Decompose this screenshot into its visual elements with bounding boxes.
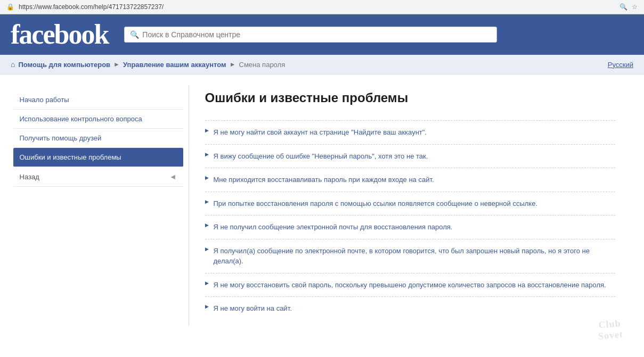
breadcrumb: ⌂ Помощь для компьютеров ► Управление ва… xyxy=(0,55,644,74)
faq-item-7[interactable]: Я не могу восстановить свой пароль, поск… xyxy=(205,273,615,297)
back-arrow-icon: ◄ xyxy=(169,172,177,181)
home-icon: ⌂ xyxy=(11,60,15,69)
faq-item-4[interactable]: При попытке восстановления пароля с помо… xyxy=(205,192,615,215)
logo-area: facebook xyxy=(11,21,108,48)
url-bar: https://www.facebook.com/help/4717137228… xyxy=(19,3,164,11)
faq-item-3[interactable]: Мне приходится восстанавливать пароль пр… xyxy=(205,168,615,192)
sidebar-item-known-issues[interactable]: Ошибки и известные проблемы xyxy=(13,148,183,167)
facebook-logo[interactable]: facebook xyxy=(11,19,108,49)
language-selector[interactable]: Русский xyxy=(608,61,633,69)
breadcrumb-separator-2: ► xyxy=(230,61,236,68)
breadcrumb-separator-1: ► xyxy=(113,61,120,68)
faq-list: Я не могу найти свой аккаунт на странице… xyxy=(205,120,615,320)
search-area: 🔍 xyxy=(124,27,497,43)
page-title: Ошибки и известные проблемы xyxy=(205,90,615,110)
sidebar-item-back[interactable]: Назад ◄ xyxy=(13,167,183,187)
faq-item-7-text: Я не могу восстановить свой пароль, поск… xyxy=(214,281,606,289)
faq-item-6-text: Я получил(а) сообщение по электронной по… xyxy=(214,247,590,265)
breadcrumb-current: Смена пароля xyxy=(239,61,286,69)
breadcrumb-link-account[interactable]: Управление вашим аккаунтом xyxy=(123,61,226,69)
faq-item-3-text: Мне приходится восстанавливать пароль пр… xyxy=(214,176,434,184)
sidebar: Начало работы Использование контрольного… xyxy=(13,85,189,326)
sidebar-item-friend-help-label: Получить помощь друзей xyxy=(20,134,102,142)
sidebar-item-control-question-label: Использование контрольного вопроса xyxy=(20,115,142,123)
sidebar-item-start-label: Начало работы xyxy=(20,96,69,104)
sidebar-item-control-question[interactable]: Использование контрольного вопроса xyxy=(13,110,183,129)
faq-item-5-text: Я не получил сообщение электронной почты… xyxy=(214,223,453,231)
faq-item-5[interactable]: Я не получил сообщение электронной почты… xyxy=(205,215,615,239)
lock-icon: 🔒 xyxy=(6,3,14,11)
sidebar-item-start[interactable]: Начало работы xyxy=(13,90,183,110)
sidebar-item-known-issues-label: Ошибки и известные проблемы xyxy=(20,153,121,161)
faq-item-4-text: При попытке восстановления пароля с помо… xyxy=(214,200,538,207)
content-area: Ошибки и известные проблемы Я не могу на… xyxy=(189,85,631,326)
star-icon: ☆ xyxy=(632,3,638,11)
faq-item-1-text: Я не могу найти свой аккаунт на странице… xyxy=(214,128,427,136)
sidebar-item-back-label: Назад xyxy=(20,173,39,181)
faq-item-1[interactable]: Я не могу найти свой аккаунт на странице… xyxy=(205,120,615,144)
sidebar-item-friend-help[interactable]: Получить помощь друзей xyxy=(13,129,183,148)
breadcrumb-link-computers[interactable]: Помощь для компьютеров xyxy=(18,61,110,69)
search-input[interactable] xyxy=(142,30,491,39)
search-wrapper: 🔍 xyxy=(124,27,497,43)
search-browser-icon: 🔍 xyxy=(619,3,627,11)
main-content: Начало работы Использование контрольного… xyxy=(8,74,637,336)
faq-item-2[interactable]: Я вижу сообщение об ошибке "Неверный пар… xyxy=(205,144,615,168)
faq-item-8-text: Я не могу войти на сайт. xyxy=(214,304,292,312)
faq-item-6[interactable]: Я получил(а) сообщение по электронной по… xyxy=(205,239,615,273)
site-header: facebook 🔍 xyxy=(0,14,644,55)
faq-item-8[interactable]: Я не могу войти на сайт. xyxy=(205,296,615,320)
faq-item-2-text: Я вижу сообщение об ошибке "Неверный пар… xyxy=(214,152,428,160)
search-icon: 🔍 xyxy=(130,30,139,39)
